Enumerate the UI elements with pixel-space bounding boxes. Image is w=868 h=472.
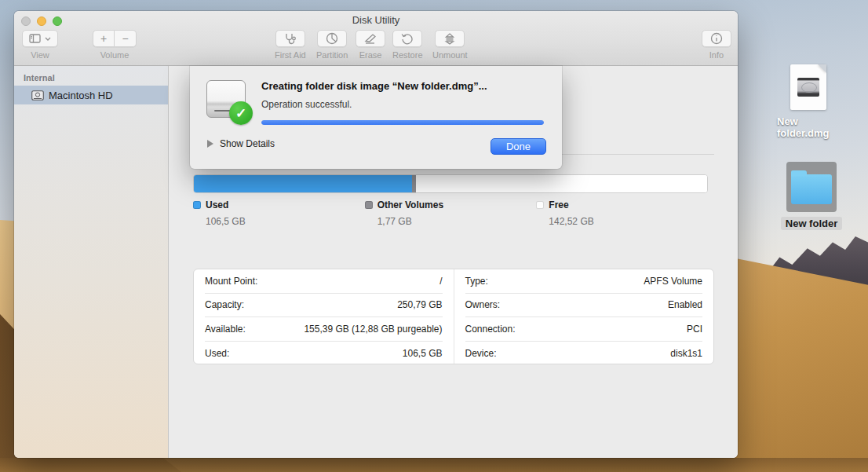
- folder-selection-box: [786, 162, 837, 212]
- usage-legend: Used 106,5 GB Other Volumes 1,77 GB Free: [193, 199, 708, 227]
- info-icon: [710, 32, 723, 45]
- folder-label: New folder: [781, 217, 842, 230]
- used-detail-label: Used:: [205, 348, 229, 359]
- type-label: Type:: [465, 276, 488, 287]
- used-detail-value: 106,5 GB: [403, 348, 443, 359]
- add-volume-button[interactable]: +: [93, 30, 115, 47]
- internal-disk-icon: [31, 90, 44, 101]
- free-label: Free: [549, 199, 568, 210]
- available-value: 155,39 GB (12,88 GB purgeable): [304, 324, 442, 335]
- dmg-file-label: New folder.dmg: [772, 115, 844, 140]
- view-button[interactable]: [22, 30, 58, 47]
- mount-point-value: /: [439, 276, 442, 287]
- available-label: Available:: [205, 324, 246, 335]
- mount-point-label: Mount Point:: [205, 276, 257, 287]
- toolbar: View + − Volume: [14, 28, 738, 65]
- capacity-label: Capacity:: [205, 299, 244, 310]
- progress-bar: [261, 120, 544, 125]
- restore-label: Restore: [392, 50, 423, 60]
- erase-label: Erase: [359, 50, 382, 60]
- done-button[interactable]: Done: [491, 138, 546, 155]
- disclosure-triangle-icon: [207, 140, 213, 148]
- details-right-column: Type: APFS Volume Owners: Enabled Connec…: [454, 269, 714, 364]
- toolbar-partition: Partition: [316, 30, 348, 60]
- dialog-message: Operation successful.: [261, 99, 352, 110]
- device-value: disk1s1: [670, 348, 702, 359]
- other-volumes-value: 1,77 GB: [377, 216, 537, 227]
- other-volumes-label: Other Volumes: [377, 199, 443, 210]
- used-value: 106,5 GB: [206, 216, 365, 227]
- window-title: Disk Utility: [14, 14, 738, 26]
- plus-icon: +: [100, 33, 107, 44]
- unmount-button[interactable]: [435, 30, 465, 47]
- window-chrome: Disk Utility View +: [14, 11, 738, 66]
- detail-row-used: Used: 106,5 GB: [205, 342, 443, 366]
- desktop-icon-dmg[interactable]: New folder.dmg: [772, 64, 844, 140]
- toolbar-restore: Restore: [392, 30, 423, 60]
- sidebar-view-icon: [29, 34, 41, 43]
- first-aid-button[interactable]: [275, 30, 305, 47]
- owners-value: Enabled: [668, 299, 702, 310]
- restore-arrow-icon: [401, 33, 414, 45]
- owners-label: Owners:: [465, 299, 501, 310]
- sidebar-item-label: Macintosh HD: [49, 90, 113, 101]
- toolbar-unmount: Unmount: [432, 30, 468, 60]
- dmg-drive-glyph: [797, 78, 819, 97]
- titlebar[interactable]: Disk Utility: [14, 11, 738, 28]
- sidebar-item-macintosh-hd[interactable]: Macintosh HD: [14, 86, 168, 104]
- info-button[interactable]: [702, 30, 731, 47]
- volume-details-card: Mount Point: / Capacity: 250,79 GB Avail…: [193, 269, 714, 364]
- restore-button[interactable]: [392, 30, 422, 47]
- detail-row-available: Available: 155,39 GB (12,88 GB purgeable…: [205, 317, 443, 342]
- sidebar: Internal Macintosh HD: [14, 66, 169, 458]
- detail-row-type: Type: APFS Volume: [465, 269, 703, 294]
- remove-volume-button[interactable]: −: [115, 30, 137, 47]
- wallpaper-dune-bottom: [0, 458, 868, 472]
- toolbar-first-aid: First Aid: [275, 30, 306, 60]
- info-label: Info: [709, 50, 724, 60]
- legend-other-volumes: Other Volumes 1,77 GB: [365, 199, 537, 227]
- toolbar-volume: + − Volume: [93, 30, 137, 60]
- detail-row-mount-point: Mount Point: /: [205, 269, 443, 294]
- partition-button[interactable]: [317, 30, 347, 47]
- unmount-label: Unmount: [432, 50, 468, 60]
- other-volumes-swatch: [365, 201, 373, 209]
- free-value: 142,52 GB: [549, 216, 708, 227]
- disk-utility-window: Disk Utility View +: [14, 11, 738, 458]
- usage-segment-used: [194, 175, 412, 192]
- dmg-file-icon: [790, 64, 826, 110]
- legend-used: Used 106,5 GB: [193, 199, 365, 227]
- folder-icon: [791, 174, 832, 204]
- toolbar-info: Info: [702, 30, 731, 60]
- storage-usage-bar: [193, 174, 708, 193]
- connection-value: PCI: [687, 324, 702, 335]
- erase-icon: [364, 33, 377, 45]
- eject-icon: [444, 33, 455, 45]
- disk-image-progress-dialog: ✓ Creating folder disk image “New folder…: [190, 66, 562, 169]
- chevron-down-icon: [45, 37, 51, 41]
- success-check-badge: ✓: [229, 101, 253, 125]
- free-swatch: [536, 201, 544, 209]
- used-label: Used: [206, 199, 228, 210]
- partition-label: Partition: [316, 50, 348, 60]
- pie-chart-icon: [326, 32, 338, 45]
- detail-row-capacity: Capacity: 250,79 GB: [205, 294, 443, 318]
- desktop-icon-folder[interactable]: New folder: [775, 162, 848, 230]
- device-label: Device:: [465, 348, 497, 359]
- legend-free: Free 142,52 GB: [536, 199, 708, 227]
- volume-label: Volume: [100, 50, 129, 60]
- details-left-column: Mount Point: / Capacity: 250,79 GB Avail…: [194, 269, 454, 364]
- sidebar-section-internal: Internal: [14, 66, 168, 86]
- view-label: View: [31, 50, 49, 60]
- show-details-toggle[interactable]: Show Details: [207, 138, 275, 149]
- connection-label: Connection:: [465, 324, 516, 335]
- erase-button[interactable]: [356, 30, 385, 47]
- capacity-value: 250,79 GB: [397, 299, 442, 310]
- toolbar-erase: Erase: [356, 30, 385, 60]
- detail-row-owners: Owners: Enabled: [465, 294, 703, 318]
- used-swatch: [193, 201, 201, 209]
- show-details-label: Show Details: [220, 138, 275, 149]
- type-value: APFS Volume: [644, 276, 702, 287]
- toolbar-view: View: [22, 30, 58, 60]
- external-drive-icon: ✓: [204, 77, 250, 123]
